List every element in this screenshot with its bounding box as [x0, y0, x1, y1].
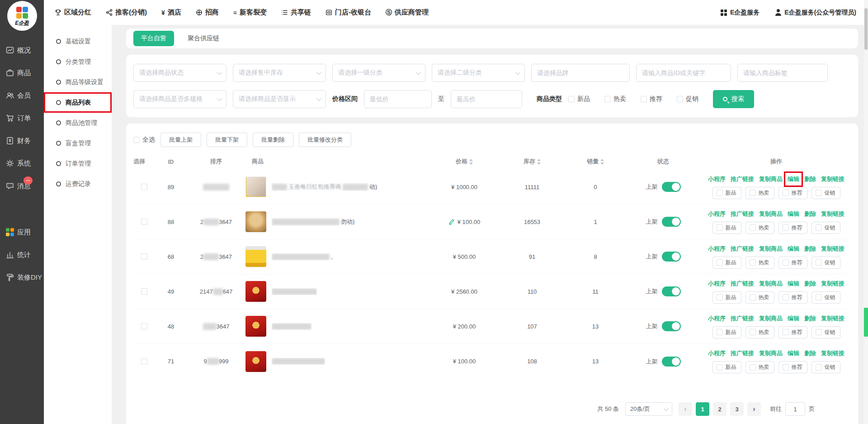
checkbox-icon[interactable] — [816, 364, 822, 371]
tag-checkbox-recommend[interactable]: 推荐 — [778, 361, 807, 373]
checkbox-icon[interactable] — [750, 259, 756, 266]
max-price-input[interactable] — [451, 90, 522, 108]
nav-item-fission[interactable]: ≡ 新客裂变 — [233, 8, 267, 17]
sort-caret[interactable] — [600, 159, 604, 165]
checkbox-icon[interactable] — [750, 364, 756, 371]
next-page-button[interactable]: › — [747, 402, 761, 416]
nav-item-region-dividend[interactable]: 区域分红 — [55, 8, 91, 17]
checkbox-icon[interactable] — [783, 364, 789, 371]
tag-checkbox-promo[interactable]: 促销 — [811, 361, 840, 373]
promo-link[interactable]: 推广链接 — [731, 245, 754, 253]
sidebar-item-diy[interactable]: 装修DIY — [0, 266, 44, 289]
sidebar-item-member[interactable]: 会员 — [0, 84, 44, 107]
tag-checkbox-new[interactable]: 新品 — [712, 291, 741, 304]
tag-checkbox-hot[interactable]: 热卖 — [745, 361, 774, 373]
row-checkbox[interactable] — [141, 288, 147, 295]
copy-goods-link[interactable]: 复制商品 — [759, 314, 783, 323]
checkbox-icon[interactable] — [816, 224, 822, 231]
sort-caret[interactable] — [537, 159, 541, 165]
page-button-3[interactable]: 3 — [730, 402, 744, 416]
edit-link[interactable]: 编辑 — [788, 314, 799, 323]
status-toggle[interactable] — [662, 321, 681, 331]
nav-item-store-cashier[interactable]: 门店-收银台 — [326, 8, 371, 17]
goods-id-keyword-input[interactable] — [636, 64, 731, 82]
status-toggle[interactable] — [662, 182, 681, 192]
submenu-item-goods-level[interactable]: 商品等级设置 — [44, 72, 112, 92]
delete-link[interactable]: 删除 — [804, 314, 816, 323]
checkbox-icon[interactable] — [783, 294, 789, 300]
tag-checkbox-hot[interactable]: 热卖 — [745, 187, 774, 199]
scrollbar-green-marker[interactable] — [864, 308, 868, 337]
checkbox-icon[interactable] — [717, 259, 723, 266]
promo-link[interactable]: 推广链接 — [731, 349, 754, 357]
miniprogram-link[interactable]: 小程序 — [708, 175, 726, 183]
tag-checkbox-recommend[interactable]: 推荐 — [778, 326, 807, 338]
sort-caret[interactable] — [469, 159, 473, 165]
type-checkbox-recommend[interactable]: 推荐 — [641, 95, 662, 103]
checkbox-icon[interactable] — [816, 190, 822, 196]
checkbox-icon[interactable] — [783, 224, 789, 231]
tag-checkbox-hot[interactable]: 热卖 — [745, 291, 774, 304]
select-multi-spec[interactable]: 请选择商品是否多规格 — [133, 90, 226, 108]
sidebar-item-message[interactable]: 消息 ... — [0, 175, 44, 197]
delete-link[interactable]: 删除 — [804, 210, 816, 218]
edit-price-icon[interactable] — [448, 219, 455, 225]
tag-checkbox-new[interactable]: 新品 — [712, 361, 741, 373]
tag-checkbox-promo[interactable]: 促销 — [811, 222, 840, 234]
copy-goods-link[interactable]: 复制商品 — [759, 245, 783, 253]
miniprogram-link[interactable]: 小程序 — [708, 245, 726, 253]
checkbox-icon[interactable] — [783, 329, 789, 335]
select-goods-visible[interactable]: 请选择商品是否显示 — [233, 90, 326, 108]
checkbox-icon[interactable] — [717, 224, 723, 231]
sidebar-item-apps[interactable]: 应用 — [0, 221, 44, 243]
promo-link[interactable]: 推广链接 — [731, 314, 754, 323]
tag-checkbox-recommend[interactable]: 推荐 — [778, 187, 807, 199]
tag-checkbox-hot[interactable]: 热卖 — [745, 257, 774, 269]
checkbox-icon[interactable] — [717, 364, 723, 371]
checkbox-icon[interactable] — [717, 294, 723, 300]
status-toggle[interactable] — [662, 357, 681, 367]
row-checkbox[interactable] — [141, 184, 147, 190]
submenu-item-basic-settings[interactable]: 基础设置 — [44, 31, 112, 52]
copy-url-link[interactable]: 复制链接 — [821, 210, 844, 218]
status-toggle[interactable] — [662, 217, 681, 227]
tag-checkbox-promo[interactable]: 促销 — [811, 326, 840, 338]
row-checkbox[interactable] — [141, 358, 147, 365]
service-entry[interactable]: E企盈服务 — [721, 9, 760, 17]
miniprogram-link[interactable]: 小程序 — [708, 349, 726, 357]
min-price-input[interactable] — [364, 90, 432, 108]
checkbox-icon[interactable] — [783, 190, 789, 196]
submenu-item-blind-box[interactable]: 盲盒管理 — [44, 133, 112, 153]
type-checkbox-promo[interactable]: 促销 — [677, 95, 698, 103]
sidebar-item-goods[interactable]: 商品 — [0, 62, 44, 84]
goods-tag-input[interactable] — [737, 64, 828, 82]
copy-goods-link[interactable]: 复制商品 — [759, 349, 783, 357]
miniprogram-link[interactable]: 小程序 — [708, 210, 726, 218]
submenu-item-goods-pool[interactable]: 商品池管理 — [44, 113, 112, 133]
row-checkbox[interactable] — [141, 323, 147, 329]
page-size-select[interactable]: 20条/页 — [625, 402, 672, 416]
checkbox-icon[interactable] — [750, 190, 756, 196]
checkbox-icon[interactable] — [717, 329, 723, 335]
checkbox-icon[interactable] — [677, 96, 683, 102]
miniprogram-link[interactable]: 小程序 — [708, 280, 726, 288]
delete-link[interactable]: 删除 — [804, 175, 816, 183]
bulk-edit-category-button[interactable]: 批量修改分类 — [299, 133, 351, 147]
checkbox-icon[interactable] — [816, 259, 822, 266]
row-checkbox[interactable] — [141, 253, 147, 260]
promo-link[interactable]: 推广链接 — [731, 175, 754, 183]
type-checkbox-new[interactable]: 新品 — [568, 95, 590, 103]
tab-platform-self-operated[interactable]: 平台自营 — [133, 31, 174, 46]
nav-item-supplier[interactable]: Ⓢ 供应商管理 — [386, 8, 429, 17]
type-checkbox-hot[interactable]: 热卖 — [604, 95, 626, 103]
tag-checkbox-promo[interactable]: 促销 — [811, 187, 840, 199]
checkbox-icon[interactable] — [641, 96, 647, 102]
checkbox-icon[interactable] — [717, 190, 723, 196]
checkbox-icon[interactable] — [568, 96, 575, 102]
copy-url-link[interactable]: 复制链接 — [821, 280, 844, 288]
edit-link[interactable]: 编辑 — [788, 280, 799, 288]
sidebar-item-order[interactable]: 订单 — [0, 107, 44, 129]
tag-checkbox-new[interactable]: 新品 — [712, 326, 741, 338]
copy-url-link[interactable]: 复制链接 — [821, 314, 844, 323]
tag-checkbox-new[interactable]: 新品 — [712, 257, 741, 269]
